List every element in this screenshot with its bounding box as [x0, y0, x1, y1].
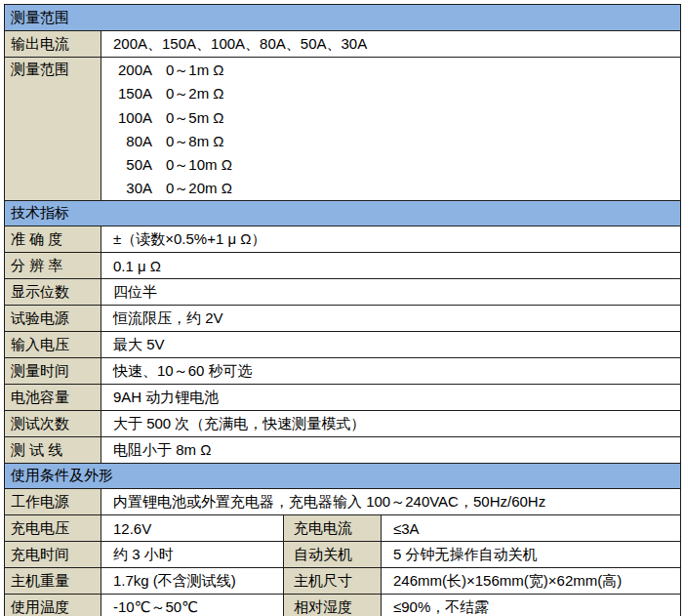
range-current: 30A — [113, 177, 152, 200]
row-label: 自动关机 — [284, 542, 382, 567]
row-value: ±（读数×0.5%+1 μ Ω） — [101, 226, 680, 252]
row-label: 试验电源 — [5, 306, 101, 331]
range-value: 0～20m Ω — [166, 180, 232, 196]
range-current: 100A — [113, 106, 152, 130]
row-value: ≤3A — [382, 515, 680, 541]
row-label: 使用温度 — [5, 595, 101, 616]
table-row-weight-size: 主机重量 1.7kg (不含测试线) 主机尺寸 246mm(长)×156mm(宽… — [5, 567, 680, 594]
row-value: 内置锂电池或外置充电器，充电器输入 100～240VAC，50Hz/60Hz — [101, 489, 680, 514]
row-label: 电池容量 — [5, 385, 101, 410]
row-label: 主机重量 — [5, 568, 101, 594]
row-label: 分 辨 率 — [5, 253, 101, 278]
row-label: 主机尺寸 — [284, 568, 382, 594]
section-header-label: 测量范围 — [11, 9, 69, 27]
range-line: 80A0～8m Ω — [113, 130, 680, 153]
row-value: 四位半 — [101, 279, 680, 305]
row-label: 准 确 度 — [5, 226, 101, 252]
section-header-tech-specs: 技术指标 — [5, 200, 680, 226]
range-value: 0～1m Ω — [166, 62, 224, 78]
row-value: -10℃～50℃ — [101, 595, 284, 616]
table-row-working-power: 工作电源 内置锂电池或外置充电器，充电器输入 100～240VAC，50Hz/6… — [5, 488, 680, 514]
row-value: 最大 5V — [101, 332, 680, 357]
row-value: 0.1 μ Ω — [101, 253, 680, 278]
section-header-label: 使用条件及外形 — [11, 467, 113, 485]
range-current: 150A — [113, 82, 152, 105]
table-row-charge-time-autooff: 充电时间 约 3 小时 自动关机 5 分钟无操作自动关机 — [5, 541, 680, 567]
table-row-input-voltage: 输入电压 最大 5V — [5, 331, 680, 357]
range-value: 0～5m Ω — [166, 109, 224, 126]
range-current: 50A — [113, 153, 152, 177]
row-value: ≤90%，不结露 — [382, 595, 680, 616]
range-value: 0～10m Ω — [166, 156, 232, 173]
table-row-temp-humidity: 使用温度 -10℃～50℃ 相对湿度 ≤90%，不结露 — [5, 594, 680, 616]
table-row-battery-capacity: 电池容量 9AH 动力锂电池 — [5, 384, 680, 410]
range-value: 0～2m Ω — [166, 85, 224, 102]
range-current: 200A — [113, 59, 152, 82]
table-row-display-digits: 显示位数 四位半 — [5, 278, 680, 305]
section-header-conditions: 使用条件及外形 — [5, 463, 680, 488]
row-value: 约 3 小时 — [101, 542, 284, 567]
row-label: 测量时间 — [5, 358, 101, 384]
table-row-test-count: 测试次数 大于 500 次（充满电，快速测量模式） — [5, 410, 680, 436]
table-row-test-leads: 测 试 线 电阻小于 8m Ω — [5, 436, 680, 463]
table-row-accuracy: 准 确 度 ±（读数×0.5%+1 μ Ω） — [5, 226, 680, 252]
row-value: 恒流限压，约 2V — [101, 306, 680, 331]
row-value: 200A0～1m Ω 150A0～2m Ω 100A0～5m Ω 80A0～8m… — [101, 58, 680, 200]
row-label: 相对湿度 — [284, 595, 382, 616]
row-label: 充电时间 — [5, 542, 101, 567]
spec-table: 测量范围 输出电流 200A、150A、100A、80A、50A、30A 测量范… — [4, 4, 681, 616]
range-line: 50A0～10m Ω — [113, 153, 680, 177]
row-value: 5 分钟无操作自动关机 — [382, 542, 680, 567]
range-current: 80A — [113, 130, 152, 153]
row-label: 工作电源 — [5, 489, 101, 514]
section-header-measure-range: 测量范围 — [5, 5, 680, 30]
table-row-measure-range: 测量范围 200A0～1m Ω 150A0～2m Ω 100A0～5m Ω 80… — [5, 57, 680, 200]
table-row-test-power: 试验电源 恒流限压，约 2V — [5, 305, 680, 331]
row-label: 测 试 线 — [5, 437, 101, 463]
row-label: 充电电压 — [5, 515, 101, 541]
row-label: 测量范围 — [5, 58, 101, 200]
row-value: 快速、10～60 秒可选 — [101, 358, 680, 384]
row-label: 测试次数 — [5, 411, 101, 436]
row-label: 充电电流 — [284, 515, 382, 541]
section-header-label: 技术指标 — [11, 204, 69, 223]
table-row-output-current: 输出电流 200A、150A、100A、80A、50A、30A — [5, 30, 680, 57]
row-value: 246mm(长)×156mm(宽)×62mm(高) — [382, 568, 680, 594]
table-row-measure-time: 测量时间 快速、10～60 秒可选 — [5, 357, 680, 384]
table-row-charge-voltage-current: 充电电压 12.6V 充电电流 ≤3A — [5, 514, 680, 541]
range-line: 100A0～5m Ω — [113, 106, 680, 130]
row-label: 输入电压 — [5, 332, 101, 357]
row-value: 12.6V — [101, 515, 284, 541]
row-value: 9AH 动力锂电池 — [101, 385, 680, 410]
range-line: 30A0～20m Ω — [113, 177, 680, 200]
range-line: 150A0～2m Ω — [113, 82, 680, 105]
row-value: 1.7kg (不含测试线) — [101, 568, 284, 594]
range-line: 200A0～1m Ω — [113, 59, 680, 82]
row-label: 输出电流 — [5, 31, 101, 57]
row-label: 显示位数 — [5, 279, 101, 305]
row-value: 电阻小于 8m Ω — [101, 437, 680, 463]
range-value: 0～8m Ω — [166, 133, 224, 149]
table-row-resolution: 分 辨 率 0.1 μ Ω — [5, 252, 680, 278]
row-value: 大于 500 次（充满电，快速测量模式） — [101, 411, 680, 436]
row-value: 200A、150A、100A、80A、50A、30A — [101, 31, 680, 57]
